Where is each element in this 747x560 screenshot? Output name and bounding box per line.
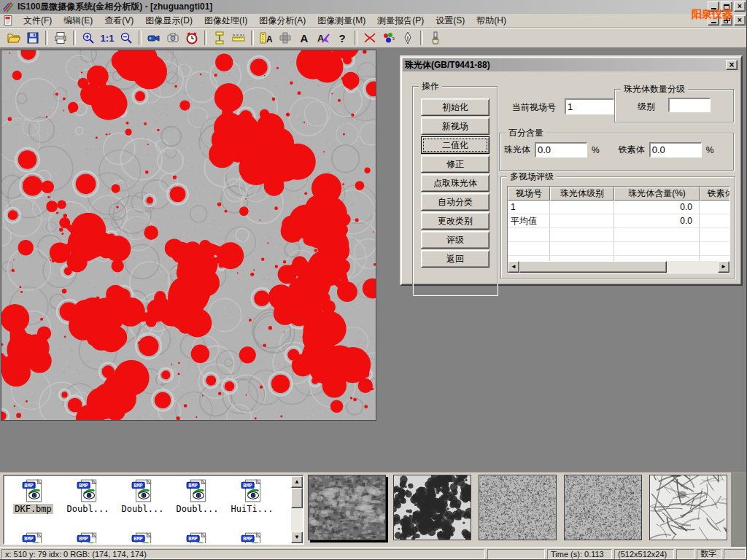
timer-button[interactable] xyxy=(182,29,201,47)
menu-item-7[interactable]: 测量报告(P) xyxy=(372,14,429,28)
table-row[interactable] xyxy=(508,242,729,256)
table-hscrollbar[interactable]: ◄ ► xyxy=(508,261,729,273)
table-row[interactable]: 10.0 xyxy=(508,201,729,214)
percent-group-label: 百分含量 xyxy=(506,128,546,138)
action-button-8[interactable]: 返回 xyxy=(421,250,489,268)
ink-pen-button[interactable] xyxy=(398,29,417,47)
image-frame xyxy=(1,50,376,421)
thumbnail-canvas-2[interactable] xyxy=(479,475,556,540)
ruler-a-icon: A xyxy=(259,31,274,45)
file-item-2[interactable]: BMP Doubl... xyxy=(115,478,170,514)
table-row[interactable]: 平均值0.0 xyxy=(508,214,729,228)
dialog-close-button[interactable]: × xyxy=(726,60,738,70)
camera-button[interactable] xyxy=(163,29,182,47)
action-button-6[interactable]: 更改类别 xyxy=(421,212,489,230)
menu-item-1[interactable]: 编辑(E) xyxy=(58,14,98,28)
menu-item-2[interactable]: 查看(V) xyxy=(99,14,139,28)
pen-nib-icon xyxy=(400,31,415,45)
menu-item-8[interactable]: 设置(S) xyxy=(430,14,470,28)
action-button-3[interactable]: 修正 xyxy=(421,155,489,173)
help-button[interactable]: ? xyxy=(333,29,352,47)
thumbnail-2[interactable] xyxy=(393,475,471,540)
scrollbar-thumb[interactable] xyxy=(519,261,667,273)
thumbnail-4[interactable] xyxy=(564,475,642,540)
thumbnail-canvas-4[interactable] xyxy=(650,475,727,540)
caliper-button[interactable] xyxy=(210,29,229,47)
menu-item-0[interactable]: 文件(F) xyxy=(18,14,57,28)
curve-tool-button[interactable] xyxy=(360,29,379,47)
print-button[interactable] xyxy=(51,29,70,47)
thumbnail-canvas-1[interactable] xyxy=(394,475,471,540)
current-field-input[interactable] xyxy=(565,98,614,114)
ruler-button[interactable] xyxy=(229,29,248,47)
dialog-titlebar[interactable]: 珠光体(GB/T9441-88) × xyxy=(403,58,740,71)
text-style-button[interactable]: A xyxy=(314,29,333,47)
file-item-partial-3[interactable]: BMP xyxy=(170,532,225,545)
thumbnail-1[interactable] xyxy=(308,475,386,540)
menu-item-3[interactable]: 图像显示(D) xyxy=(140,14,198,28)
file-item-1[interactable]: BMP Doubl... xyxy=(61,478,115,514)
zoom-out-button[interactable] xyxy=(117,29,136,47)
maximize-icon xyxy=(724,4,729,9)
pearlite-label: 珠光体 xyxy=(504,144,530,156)
window-title: IS100显微摄像系统(金相分析版) - [zhuguangti01] xyxy=(18,1,212,13)
actual-size-button[interactable]: 1:1 xyxy=(98,29,117,47)
file-item-partial-2[interactable]: BMP xyxy=(115,532,170,545)
scroll-left-button[interactable]: ◄ xyxy=(508,261,519,273)
action-button-1[interactable]: 新视场 xyxy=(421,117,489,135)
scrollbar-thumb[interactable] xyxy=(291,488,303,508)
child-restore-button[interactable] xyxy=(721,15,732,26)
thumbnail-5[interactable] xyxy=(649,475,727,540)
scroll-up-button[interactable]: ▲ xyxy=(291,476,303,488)
scroll-down-button[interactable]: ▼ xyxy=(291,532,303,543)
file-item-partial-1[interactable]: BMP xyxy=(61,532,115,545)
thumbnail-canvas-3[interactable] xyxy=(565,475,641,540)
child-close-button[interactable]: × xyxy=(734,15,746,26)
maximize-button[interactable] xyxy=(721,1,732,12)
action-button-7[interactable]: 评级 xyxy=(421,231,489,249)
status-coordinates: x: 510 y: 79 idx: 0 RGB: (174, 174, 174) xyxy=(1,549,485,559)
rgb-points-button[interactable]: 3 xyxy=(379,29,398,47)
file-item-4[interactable]: BMP HuiTi... xyxy=(225,478,279,514)
zoom-in-button[interactable] xyxy=(79,29,98,47)
calibration-button[interactable]: A xyxy=(257,29,276,47)
file-item-0[interactable]: BMP DKF.bmp xyxy=(6,478,61,514)
close-icon: × xyxy=(738,3,742,10)
save-disk-icon xyxy=(26,31,40,45)
action-button-4[interactable]: 点取珠光体 xyxy=(421,174,489,192)
svg-text:A: A xyxy=(317,33,325,44)
close-button[interactable]: × xyxy=(734,1,746,12)
menu-item-9[interactable]: 帮助(H) xyxy=(471,14,511,28)
menu-item-4[interactable]: 图像处理(I) xyxy=(199,14,252,28)
table-row[interactable] xyxy=(508,228,729,242)
brush-button[interactable] xyxy=(426,29,445,47)
action-button-5[interactable]: 自动分类 xyxy=(421,193,489,211)
text-button[interactable]: A xyxy=(295,29,314,47)
metallograph-canvas[interactable] xyxy=(1,50,376,420)
action-button-2[interactable]: 二值化 xyxy=(421,136,489,154)
percent-sign: % xyxy=(706,145,714,155)
minimize-button[interactable] xyxy=(708,1,719,12)
action-button-0[interactable]: 初始化 xyxy=(421,98,489,116)
styled-a-icon: A xyxy=(316,31,330,45)
child-minimize-button[interactable] xyxy=(708,15,719,26)
scroll-right-button[interactable]: ► xyxy=(718,261,729,273)
ferrite-input[interactable] xyxy=(649,142,702,158)
menu-item-6[interactable]: 图像测量(M) xyxy=(312,14,371,28)
file-item-3[interactable]: BMP Doubl... xyxy=(170,478,225,514)
video-capture-button[interactable] xyxy=(144,29,163,47)
pearlite-input[interactable] xyxy=(535,142,587,158)
svg-text:BMP: BMP xyxy=(79,536,88,542)
merge-button[interactable] xyxy=(276,29,295,47)
level-input[interactable] xyxy=(668,98,711,112)
thumbnail-3[interactable] xyxy=(479,475,557,540)
file-item-partial-4[interactable]: BMP xyxy=(225,532,279,545)
menu-item-5[interactable]: 图像分析(A) xyxy=(254,14,311,28)
save-button[interactable] xyxy=(23,29,42,47)
open-button[interactable] xyxy=(4,29,23,47)
thumbnail-canvas-0[interactable] xyxy=(309,475,385,540)
file-list-scrollbar[interactable]: ▲ ▼ xyxy=(291,476,303,543)
stopwatch-icon xyxy=(185,31,199,45)
file-item-partial-0[interactable]: BMP xyxy=(6,532,61,545)
arrow-right-icon: ► xyxy=(721,263,727,270)
